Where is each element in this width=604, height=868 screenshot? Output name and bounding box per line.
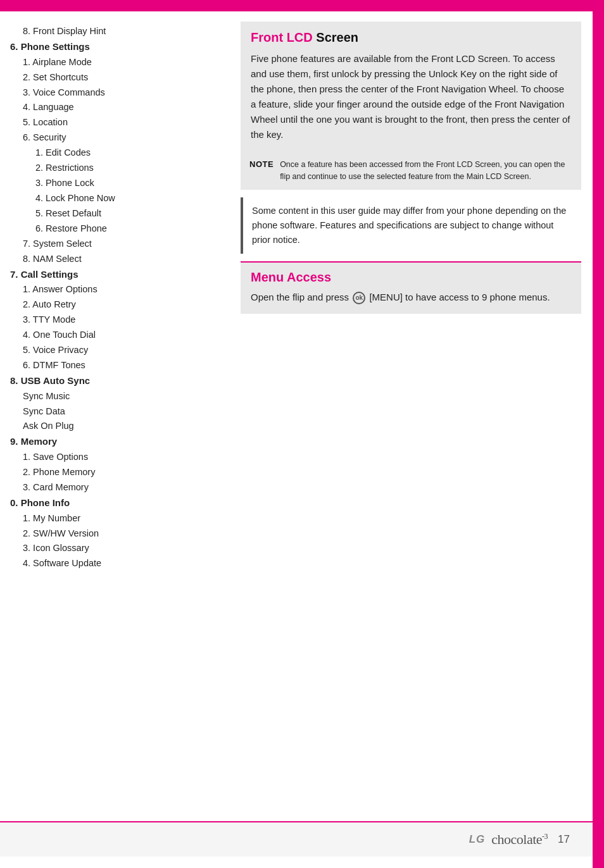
list-item: 6. DTMF Tones: [10, 358, 225, 373]
list-item: 1. Airplane Mode: [10, 55, 225, 70]
note-text: Once a feature has been accessed from th…: [280, 159, 572, 183]
list-item: 2. SW/HW Version: [10, 526, 225, 542]
list-item: 6. Security: [10, 130, 225, 146]
ok-label: ok: [355, 294, 363, 301]
menu-access-prefix: Open the flip and press: [251, 292, 351, 302]
sidebar-note: Some content in this user guide may diff…: [241, 197, 581, 254]
list-item: 6. Restore Phone: [10, 221, 225, 237]
list-item: 2. Restrictions: [10, 161, 225, 176]
list-item: 3. Card Memory: [10, 480, 225, 495]
brand-logo: LG chocolate-3: [469, 831, 548, 848]
list-item: 3. Voice Commands: [10, 85, 225, 101]
list-item: 3. Phone Lock: [10, 176, 225, 191]
front-lcd-title: Front LCD Screen: [251, 30, 571, 45]
menu-access-section: Menu Access Open the flip and press ok […: [241, 263, 581, 314]
list-item: 5. Reset Default: [10, 206, 225, 221]
note-box: NOTE Once a feature has been accessed fr…: [241, 152, 581, 190]
list-item: 7. Call Settings: [10, 267, 225, 283]
list-item: 4. One Touch Dial: [10, 328, 225, 343]
list-item: Ask On Plug: [10, 419, 225, 434]
list-item: 2. Set Shortcuts: [10, 70, 225, 85]
left-column: 8. Front Display Hint6. Phone Settings1.…: [10, 22, 225, 811]
ok-circle: ok: [353, 292, 365, 304]
page-number: 17: [558, 833, 570, 846]
front-lcd-title-pink: Front LCD: [251, 30, 313, 44]
list-item: 3. TTY Mode: [10, 313, 225, 328]
list-item: 7. System Select: [10, 237, 225, 252]
list-item: 2. Auto Retry: [10, 297, 225, 313]
lg-text: LG: [469, 833, 486, 846]
list-item: 5. Location: [10, 115, 225, 130]
list-item: 9. Memory: [10, 434, 225, 450]
menu-access-title: Menu Access: [251, 270, 571, 285]
footer: LG chocolate-3 17: [0, 821, 593, 857]
list-item: Sync Data: [10, 404, 225, 419]
note-label: NOTE: [249, 159, 274, 169]
list-item: 4. Lock Phone Now: [10, 191, 225, 206]
brand-sup: -3: [542, 832, 548, 841]
right-column: Front LCD Screen Five phone features are…: [241, 22, 581, 811]
list-item: 3. Icon Glossary: [10, 541, 225, 556]
brand-name: chocolate-3: [491, 831, 548, 848]
list-item: 5. Voice Privacy: [10, 343, 225, 358]
front-lcd-body: Five phone features are available from t…: [251, 51, 571, 142]
list-item: 1. Edit Codes: [10, 146, 225, 161]
list-item: 4. Language: [10, 100, 225, 115]
list-item: 8. NAM Select: [10, 252, 225, 267]
front-lcd-section: Front LCD Screen Five phone features are…: [241, 22, 581, 152]
chocolate-text: chocolate: [491, 831, 542, 847]
list-item: 2. Phone Memory: [10, 465, 225, 480]
list-item: 6. Phone Settings: [10, 39, 225, 55]
list-item: 8. Front Display Hint: [10, 24, 225, 39]
menu-access-suffix: [MENU] to have access to 9 phone menus.: [367, 292, 550, 302]
menu-access-body: Open the flip and press ok [MENU] to hav…: [251, 290, 571, 305]
list-item: 1. Save Options: [10, 450, 225, 465]
list-item: 0. Phone Info: [10, 495, 225, 511]
top-bar: [0, 0, 604, 11]
list-item: 4. Software Update: [10, 556, 225, 571]
list-item: 1. My Number: [10, 511, 225, 526]
front-lcd-title-black: Screen: [313, 30, 358, 44]
right-strip: [593, 0, 604, 868]
list-item: Sync Music: [10, 389, 225, 404]
list-item: 1. Answer Options: [10, 282, 225, 297]
list-item: 8. USB Auto Sync: [10, 373, 225, 389]
